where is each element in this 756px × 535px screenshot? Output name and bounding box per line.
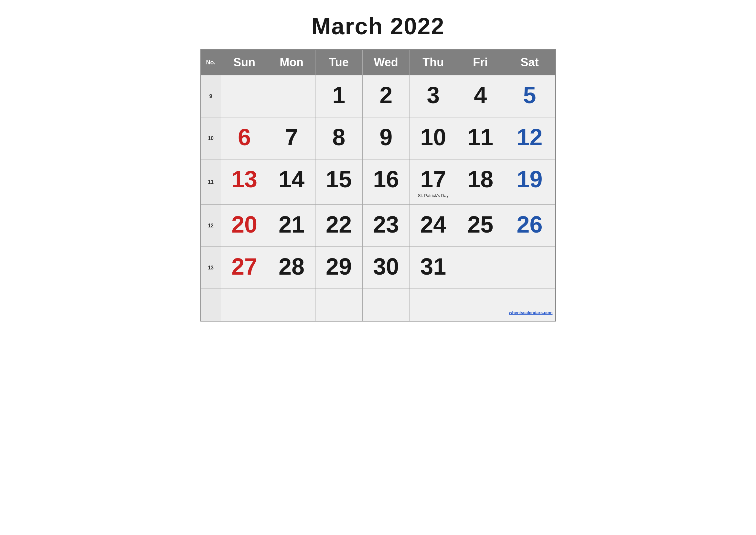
- day-cell: 26: [504, 205, 555, 247]
- day-number: 26: [517, 211, 543, 238]
- day-cell: 10: [410, 117, 457, 159]
- day-cell: 3: [410, 75, 457, 117]
- week-number: 9: [201, 75, 221, 117]
- day-number: 30: [373, 254, 399, 279]
- day-number: 13: [231, 166, 257, 192]
- day-cell: [268, 289, 315, 321]
- day-cell: 1: [315, 75, 362, 117]
- day-cell: 6: [221, 117, 268, 159]
- day-cell: [315, 289, 362, 321]
- day-number: 27: [231, 254, 257, 279]
- header-fri: Fri: [457, 49, 504, 75]
- week-number: 10: [201, 117, 221, 159]
- day-cell: 31: [410, 247, 457, 289]
- day-cell: [268, 75, 315, 117]
- day-cell: [457, 289, 504, 321]
- week-number: 13: [201, 247, 221, 289]
- day-cell: 28: [268, 247, 315, 289]
- day-number: 14: [279, 166, 305, 192]
- day-cell: 14: [268, 159, 315, 205]
- header-no: No.: [201, 49, 221, 75]
- day-number: 18: [467, 166, 493, 192]
- week-number: [201, 289, 221, 321]
- day-cell: 21: [268, 205, 315, 247]
- day-number: 12: [517, 124, 543, 150]
- day-cell: 12: [504, 117, 555, 159]
- header-thu: Thu: [410, 49, 457, 75]
- day-cell: 4: [457, 75, 504, 117]
- day-cell: 2: [362, 75, 410, 117]
- day-cell: 24: [410, 205, 457, 247]
- day-number: 31: [420, 254, 446, 279]
- day-cell: 30: [362, 247, 410, 289]
- day-number: 9: [379, 124, 392, 150]
- day-cell: [504, 247, 555, 289]
- day-number: 20: [231, 211, 257, 238]
- day-cell: 19: [504, 159, 555, 205]
- day-number: 5: [523, 82, 536, 108]
- header-row: No. Sun Mon Tue Wed Thu Fri Sat: [201, 49, 555, 75]
- day-number: 1: [332, 82, 345, 108]
- day-number: 19: [517, 166, 543, 192]
- day-cell: 8: [315, 117, 362, 159]
- day-number: 17: [420, 166, 446, 192]
- calendar-title: March 2022: [201, 13, 556, 40]
- day-cell: 11: [457, 117, 504, 159]
- day-number: 28: [279, 254, 305, 279]
- day-cell: [410, 289, 457, 321]
- watermark-link[interactable]: wheniscalendars.com: [509, 310, 553, 315]
- day-number: 7: [285, 124, 298, 150]
- day-cell: 5: [504, 75, 555, 117]
- day-cell: 23: [362, 205, 410, 247]
- day-cell: wheniscalendars.com: [504, 289, 555, 321]
- day-number: 22: [326, 211, 352, 238]
- day-cell: 15: [315, 159, 362, 205]
- day-number: 4: [474, 82, 487, 108]
- day-number: 10: [420, 124, 446, 150]
- day-cell: 7: [268, 117, 315, 159]
- day-cell: 29: [315, 247, 362, 289]
- day-cell: 17St. Patrick's Day: [410, 159, 457, 205]
- day-number: 3: [427, 82, 440, 108]
- header-sat: Sat: [504, 49, 555, 75]
- day-number: 23: [373, 211, 399, 238]
- day-number: 16: [373, 166, 399, 192]
- day-cell: 22: [315, 205, 362, 247]
- day-cell: 18: [457, 159, 504, 205]
- day-cell: [457, 247, 504, 289]
- day-number: 8: [332, 124, 345, 150]
- day-cell: [221, 289, 268, 321]
- holiday-label: St. Patrick's Day: [413, 193, 453, 198]
- day-number: 6: [238, 124, 251, 150]
- header-mon: Mon: [268, 49, 315, 75]
- day-number: 24: [420, 211, 446, 238]
- day-number: 25: [467, 211, 493, 238]
- day-number: 21: [279, 211, 305, 238]
- day-cell: [221, 75, 268, 117]
- week-number: 11: [201, 159, 221, 205]
- day-cell: 9: [362, 117, 410, 159]
- week-number: 12: [201, 205, 221, 247]
- calendar-table: No. Sun Mon Tue Wed Thu Fri Sat 91234510…: [201, 49, 556, 322]
- calendar-container: March 2022 No. Sun Mon Tue Wed Thu Fri S…: [201, 13, 556, 322]
- header-sun: Sun: [221, 49, 268, 75]
- day-number: 2: [379, 82, 392, 108]
- day-cell: 27: [221, 247, 268, 289]
- day-cell: 20: [221, 205, 268, 247]
- day-cell: 16: [362, 159, 410, 205]
- day-cell: 13: [221, 159, 268, 205]
- header-wed: Wed: [362, 49, 410, 75]
- day-number: 29: [326, 254, 352, 279]
- day-cell: 25: [457, 205, 504, 247]
- day-number: 11: [467, 124, 493, 150]
- header-tue: Tue: [315, 49, 362, 75]
- day-cell: [362, 289, 410, 321]
- day-number: 15: [326, 166, 352, 192]
